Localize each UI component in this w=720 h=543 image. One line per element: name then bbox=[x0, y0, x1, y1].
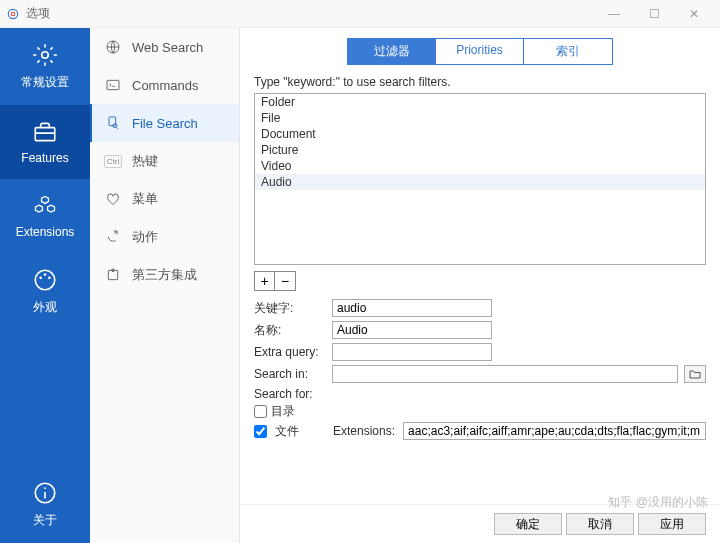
svg-rect-13 bbox=[109, 117, 116, 126]
file-label: 文件 bbox=[275, 423, 325, 440]
dir-label: 目录 bbox=[271, 403, 295, 420]
sidebar-item-features[interactable]: Features bbox=[0, 105, 90, 179]
feature-list: Web Search Commands File Search Ctrl 热键 … bbox=[90, 28, 240, 543]
palette-icon bbox=[32, 267, 58, 293]
minimize-button[interactable]: — bbox=[594, 0, 634, 28]
extra-query-label: Extra query: bbox=[254, 345, 326, 359]
app-icon bbox=[6, 7, 20, 21]
svg-point-2 bbox=[42, 52, 49, 59]
keyword-label: 关键字: bbox=[254, 300, 326, 317]
searchfor-label: Search for: bbox=[254, 387, 706, 401]
cancel-button[interactable]: 取消 bbox=[566, 513, 634, 535]
svg-point-5 bbox=[39, 277, 42, 280]
extensions-label: Extensions: bbox=[333, 424, 395, 438]
list-item[interactable]: Audio bbox=[255, 174, 705, 190]
sidebar: 常规设置 Features Extensions 外观 关于 bbox=[0, 28, 90, 543]
name-label: 名称: bbox=[254, 322, 326, 339]
file-checkbox[interactable] bbox=[254, 425, 267, 438]
apply-button[interactable]: 应用 bbox=[638, 513, 706, 535]
share-icon bbox=[104, 228, 122, 246]
filters-listbox[interactable]: Folder File Document Picture Video Audio bbox=[254, 93, 706, 265]
window-title: 选项 bbox=[26, 5, 50, 22]
subitem-label: 热键 bbox=[132, 152, 158, 170]
heart-icon bbox=[104, 190, 122, 208]
svg-rect-12 bbox=[107, 80, 119, 89]
subitem-label: File Search bbox=[132, 116, 198, 131]
searchin-input[interactable] bbox=[332, 365, 678, 383]
gear-icon bbox=[32, 42, 58, 68]
keycap-icon: Ctrl bbox=[104, 152, 122, 170]
sidebar-label: Features bbox=[21, 151, 68, 165]
svg-point-6 bbox=[44, 273, 47, 276]
subitem-actions[interactable]: 动作 bbox=[90, 218, 239, 256]
svg-point-0 bbox=[8, 9, 17, 18]
ok-button[interactable]: 确定 bbox=[494, 513, 562, 535]
sidebar-label: 常规设置 bbox=[21, 74, 69, 91]
subitem-label: 菜单 bbox=[132, 190, 158, 208]
add-remove-group: + − bbox=[254, 271, 296, 291]
hint-text: Type "keyword:" to use search filters. bbox=[254, 75, 706, 89]
sidebar-label: 关于 bbox=[33, 512, 57, 529]
tab-index[interactable]: 索引 bbox=[524, 39, 612, 64]
extensions-input[interactable] bbox=[403, 422, 706, 440]
browse-button[interactable] bbox=[684, 365, 706, 383]
terminal-icon bbox=[104, 76, 122, 94]
svg-point-4 bbox=[35, 270, 55, 290]
sidebar-item-about[interactable]: 关于 bbox=[0, 466, 90, 543]
maximize-button[interactable]: ☐ bbox=[634, 0, 674, 28]
svg-point-7 bbox=[48, 277, 51, 280]
list-item[interactable]: Video bbox=[255, 158, 705, 174]
tab-bar: 过滤器 Priorities 索引 bbox=[254, 38, 706, 65]
cubes-icon bbox=[32, 193, 58, 219]
folder-icon bbox=[689, 369, 701, 379]
file-search-icon bbox=[104, 114, 122, 132]
content-pane: 过滤器 Priorities 索引 Type "keyword:" to use… bbox=[240, 28, 720, 543]
sidebar-label: Extensions bbox=[16, 225, 75, 239]
sidebar-item-extensions[interactable]: Extensions bbox=[0, 179, 90, 253]
subitem-commands[interactable]: Commands bbox=[90, 66, 239, 104]
globe-icon bbox=[104, 38, 122, 56]
name-input[interactable] bbox=[332, 321, 492, 339]
sidebar-label: 外观 bbox=[33, 299, 57, 316]
svg-point-1 bbox=[11, 12, 15, 16]
remove-button[interactable]: − bbox=[275, 272, 295, 290]
add-button[interactable]: + bbox=[255, 272, 275, 290]
sidebar-item-general[interactable]: 常规设置 bbox=[0, 28, 90, 105]
keyword-input[interactable] bbox=[332, 299, 492, 317]
dir-checkbox[interactable] bbox=[254, 405, 267, 418]
filter-form: 关键字: 名称: Extra query: Search in: Search … bbox=[254, 299, 706, 442]
dialog-buttons: 确定 取消 应用 bbox=[240, 504, 720, 543]
subitem-label: Commands bbox=[132, 78, 198, 93]
list-item[interactable]: Picture bbox=[255, 142, 705, 158]
subitem-label: 第三方集成 bbox=[132, 266, 197, 284]
subitem-filesearch[interactable]: File Search bbox=[90, 104, 239, 142]
sidebar-item-appearance[interactable]: 外观 bbox=[0, 253, 90, 330]
extra-query-input[interactable] bbox=[332, 343, 492, 361]
subitem-thirdparty[interactable]: 第三方集成 bbox=[90, 256, 239, 294]
tab-filters[interactable]: 过滤器 bbox=[348, 39, 436, 64]
titlebar: 选项 — ☐ ✕ bbox=[0, 0, 720, 28]
list-item[interactable]: Document bbox=[255, 126, 705, 142]
searchin-label: Search in: bbox=[254, 367, 326, 381]
list-item[interactable]: Folder bbox=[255, 94, 705, 110]
briefcase-icon bbox=[32, 119, 58, 145]
subitem-label: Web Search bbox=[132, 40, 203, 55]
list-item[interactable]: File bbox=[255, 110, 705, 126]
subitem-websearch[interactable]: Web Search bbox=[90, 28, 239, 66]
subitem-label: 动作 bbox=[132, 228, 158, 246]
svg-point-10 bbox=[44, 487, 46, 489]
info-icon bbox=[32, 480, 58, 506]
tab-priorities[interactable]: Priorities bbox=[436, 39, 524, 64]
close-button[interactable]: ✕ bbox=[674, 0, 714, 28]
subitem-hotkey[interactable]: Ctrl 热键 bbox=[90, 142, 239, 180]
svg-rect-3 bbox=[35, 128, 55, 141]
subitem-menu[interactable]: 菜单 bbox=[90, 180, 239, 218]
puzzle-icon bbox=[104, 266, 122, 284]
